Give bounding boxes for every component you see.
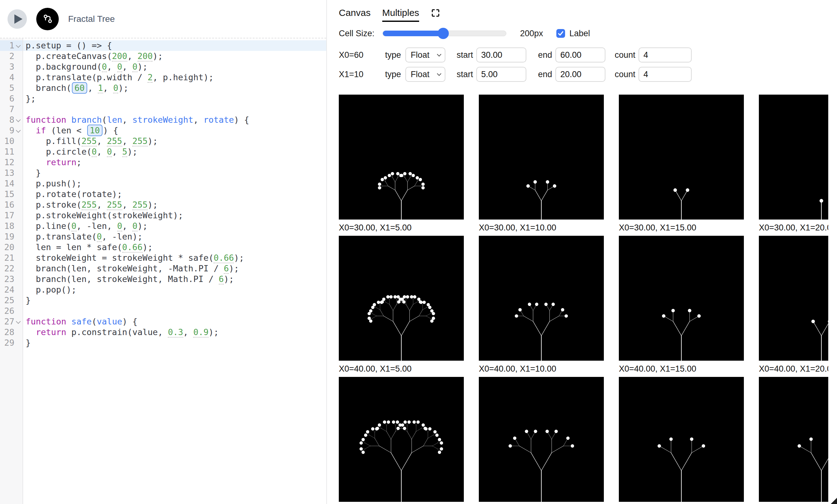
run-button[interactable] [7,10,27,29]
fullscreen-button[interactable] [431,8,440,19]
end-input[interactable] [555,48,605,62]
code-token: , [122,221,132,231]
tab-multiples[interactable]: Multiples [382,7,419,22]
code-line[interactable]: branch(len, strokeWeight, -Math.PI / 6); [23,263,326,274]
type-select-value: Float [411,50,429,60]
code-line[interactable]: strokeWeight = strokeWeight * safe(0.66)… [23,253,326,263]
code-line[interactable]: p.push(); [23,178,326,189]
code-line[interactable] [23,306,326,316]
cell-label: X0=30.00, X1=20.00 [759,223,828,236]
code-token: 6 [219,274,224,284]
code-line[interactable]: } [23,168,326,178]
code-line[interactable]: p.line(0, -len, 0, 0); [23,221,326,231]
code-line[interactable]: p.createCanvas(200, 200); [23,51,326,61]
code-line[interactable]: p.translate(0, -len); [23,231,326,242]
code-line[interactable]: p.background(0, 0, 0); [23,61,326,72]
code-token: , [88,83,98,93]
fold-chevron-icon[interactable] [16,319,21,324]
line-number: 25 [0,295,14,306]
code-line[interactable]: p.translate(p.width / 2, p.height); [23,72,326,83]
tree-canvas[interactable] [479,236,604,361]
play-icon [14,14,22,24]
param-name: X0=60 [339,50,385,60]
tree-canvas[interactable] [619,377,744,502]
code-line[interactable]: function branch(len, strokeWeight, rotat… [23,115,326,125]
code-line[interactable]: p.rotate(rotate); [23,189,326,200]
code-line[interactable]: p.circle(0, 0, 5); [23,147,326,157]
code-line[interactable]: } [23,338,326,348]
scrubbable-value[interactable]: 10 [87,125,103,136]
code-token: ); [118,83,128,93]
line-number: 15 [0,189,14,200]
line-number: 17 [0,210,14,221]
multiples-cell: X0=40.00, X1=10.00 [479,236,604,377]
resize-corner[interactable] [831,498,837,504]
code-line[interactable]: return; [23,157,326,168]
count-input[interactable] [639,67,692,82]
count-input[interactable] [639,48,692,62]
line-number: 6 [0,93,14,104]
code-line[interactable]: branch(len, strokeWeight, Math.PI / 6); [23,274,326,284]
code-line[interactable]: if (len < 10) { [23,125,326,136]
type-select[interactable]: Float [405,67,445,82]
code-token: 0 [117,62,122,72]
code-line[interactable]: p.setup = () => { [23,40,326,51]
fold-chevron-icon[interactable] [16,128,21,133]
code-editor[interactable]: 1234567891011121314151617181920212223242… [0,38,326,504]
cell-size-slider[interactable] [382,31,506,36]
cell-size-label: Cell Size: [339,29,374,38]
end-input[interactable] [555,67,605,82]
tree-canvas[interactable] [339,236,464,361]
tree-canvas[interactable] [479,377,604,502]
editor-code-area[interactable]: p.setup = () => { p.createCanvas(200, 20… [23,38,326,504]
code-line[interactable]: branch(60, 1, 0); [23,83,326,93]
label-checkbox[interactable] [556,29,565,38]
code-line[interactable]: p.strokeWeight(strokeWeight); [23,210,326,221]
code-token: ); [229,264,239,273]
start-input[interactable] [476,67,526,82]
code-line[interactable] [23,104,326,115]
fold-cell [14,40,22,51]
type-select[interactable]: Float [405,48,445,62]
tree-canvas[interactable] [339,95,464,220]
fold-chevron-icon[interactable] [16,117,21,123]
code-token: p.rotate(rotate); [25,189,122,199]
code-line[interactable]: function safe(value) { [23,316,326,327]
code-line[interactable]: len = len * safe(0.66); [23,242,326,253]
fold-cell [14,306,22,316]
line-number: 21 [0,253,14,263]
code-token: p.pop(); [25,285,76,295]
tree-canvas[interactable] [479,95,604,220]
code-token: len = len * safe( [25,242,122,252]
type-select-value: Float [411,70,429,79]
code-line[interactable]: }; [23,93,326,104]
code-line[interactable]: p.stroke(255, 255, 255); [23,200,326,210]
code-token: ); [127,147,138,156]
code-line[interactable]: return p.constrain(value, 0.3, 0.9); [23,327,326,338]
gutter-row: 21 [0,253,22,263]
code-token: 0.3 [168,327,183,338]
code-token: ( [102,115,107,125]
scrubbable-value[interactable]: 60 [72,82,87,94]
code-line[interactable]: p.pop(); [23,284,326,295]
tree-canvas[interactable] [619,95,744,220]
git-branch-button[interactable] [36,8,59,30]
tree-canvas[interactable] [759,95,828,220]
code-token: 0.9 [193,327,209,338]
code-token: branch(len, strokeWeight, Math.PI / [25,274,219,284]
tree-canvas[interactable] [619,236,744,361]
cell-label: X0=40.00, X1=10.00 [479,365,604,377]
code-line[interactable]: } [23,295,326,306]
tree-canvas[interactable] [759,236,828,361]
fold-cell [14,263,22,274]
count-label: count [615,70,636,79]
fold-chevron-icon[interactable] [16,43,21,48]
code-line[interactable]: p.fill(255, 255, 255); [23,136,326,147]
line-number: 13 [0,168,14,178]
code-token: 0 [113,83,118,93]
tree-canvas[interactable] [339,377,464,502]
tab-canvas[interactable]: Canvas [339,7,371,21]
slider-thumb[interactable] [438,28,449,39]
tree-canvas[interactable] [759,377,828,502]
start-input[interactable] [476,48,526,62]
